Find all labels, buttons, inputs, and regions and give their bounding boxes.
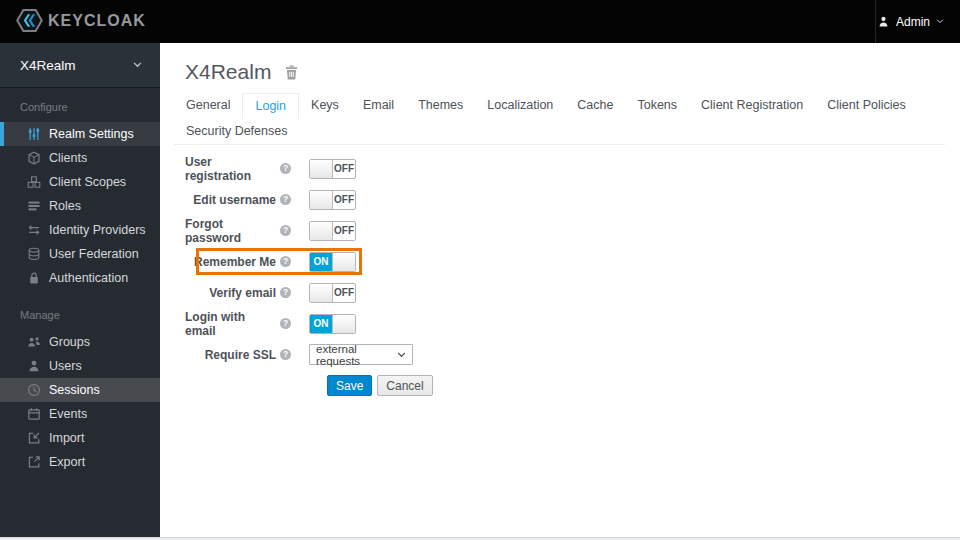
remember-me-toggle[interactable]: ON (309, 252, 356, 272)
sidebar-item-events[interactable]: Events (0, 402, 160, 426)
question-circle-icon[interactable]: ? (280, 194, 291, 205)
sidebar-item-authentication[interactable]: Authentication (0, 266, 160, 290)
sidebar-item-import[interactable]: Import (0, 426, 160, 450)
sidebar-item-clients[interactable]: Clients (0, 146, 160, 170)
sidebar-item-roles[interactable]: Roles (0, 194, 160, 218)
login-with-email-toggle[interactable]: ON (309, 314, 356, 334)
trash-icon[interactable] (284, 64, 299, 81)
keycloak-admin-console: KEYCLOAK Admin X4Realm Configure (0, 0, 960, 540)
realm-selector-label: X4Realm (20, 58, 76, 73)
question-circle-icon[interactable]: ? (280, 163, 291, 174)
tab-security-defenses[interactable]: Security Defenses (174, 119, 299, 144)
cube-icon (27, 151, 41, 165)
question-circle-icon[interactable]: ? (280, 225, 291, 236)
sidebar-item-label: Realm Settings (49, 127, 134, 141)
cancel-button[interactable]: Cancel (377, 375, 432, 396)
tab-themes[interactable]: Themes (406, 93, 475, 119)
tab-client-registration[interactable]: Client Registration (689, 93, 815, 119)
sidebar-item-realm-settings[interactable]: Realm Settings (0, 122, 160, 146)
tab-tokens[interactable]: Tokens (625, 93, 689, 119)
header-divider (875, 0, 876, 43)
import-icon (27, 431, 41, 445)
field-label: Login with email ? (185, 310, 291, 338)
field-label: Forgot password ? (185, 217, 291, 245)
verify-email-toggle[interactable]: OFF (309, 283, 356, 303)
tab-login[interactable]: Login (242, 93, 299, 119)
sidebar-item-groups[interactable]: Groups (0, 330, 160, 354)
form-row-edit-username: Edit username ? OFF (185, 184, 960, 215)
sidebar: X4Realm Configure Realm Settings Clients… (0, 43, 160, 537)
export-icon (27, 455, 41, 469)
sidebar-item-identity-providers[interactable]: Identity Providers (0, 218, 160, 242)
calendar-icon (27, 407, 41, 421)
toggle-knob (310, 222, 333, 240)
sidebar-section-manage: Manage (0, 290, 160, 330)
field-label: Edit username ? (185, 193, 291, 207)
question-circle-icon[interactable]: ? (280, 318, 291, 329)
save-button[interactable]: Save (327, 375, 372, 396)
list-icon (27, 199, 41, 213)
sidebar-item-label: User Federation (49, 247, 139, 261)
lock-icon (27, 271, 41, 285)
login-settings-form: User registration ? OFF Edit username ? (185, 153, 960, 401)
sliders-icon (27, 127, 41, 141)
question-circle-icon[interactable]: ? (280, 287, 291, 298)
sidebar-item-label: Clients (49, 151, 87, 165)
edit-username-toggle[interactable]: OFF (309, 190, 356, 210)
toggle-knob (310, 284, 333, 302)
brand-text: KEYCLOAK (48, 12, 146, 30)
sidebar-item-sessions[interactable]: Sessions (0, 378, 160, 402)
toggle-knob (332, 253, 355, 271)
clock-icon (27, 383, 41, 397)
tab-email[interactable]: Email (351, 93, 406, 119)
realm-tabs: General Login Keys Email Themes Localiza… (174, 93, 945, 145)
tab-client-policies[interactable]: Client Policies (815, 93, 918, 119)
top-navbar: KEYCLOAK Admin (0, 0, 960, 43)
sidebar-item-label: Identity Providers (49, 223, 146, 237)
main-content: X4Realm General Login Keys Email Themes … (160, 43, 960, 537)
form-row-remember-me: Remember Me ? ON (185, 246, 960, 277)
chevron-down-icon (936, 19, 944, 24)
toggle-knob (332, 315, 355, 333)
exchange-arrows-icon (27, 223, 41, 237)
keycloak-logo-icon (16, 9, 43, 32)
toggle-knob (310, 191, 333, 209)
sidebar-item-label: Import (49, 431, 84, 445)
sidebar-item-users[interactable]: Users (0, 354, 160, 378)
sidebar-item-label: Events (49, 407, 87, 421)
tab-general[interactable]: General (174, 93, 242, 119)
sidebar-item-export[interactable]: Export (0, 450, 160, 474)
tab-keys[interactable]: Keys (299, 93, 351, 119)
chevron-down-icon (397, 352, 406, 358)
user-icon (877, 15, 890, 28)
form-row-verify-email: Verify email ? OFF (185, 277, 960, 308)
sidebar-section-configure: Configure (0, 88, 160, 122)
form-row-forgot-password: Forgot password ? OFF (185, 215, 960, 246)
require-ssl-select[interactable]: external requests (309, 344, 413, 365)
question-circle-icon[interactable]: ? (280, 349, 291, 360)
sidebar-item-user-federation[interactable]: User Federation (0, 242, 160, 266)
admin-label: Admin (896, 15, 930, 29)
require-ssl-value: external requests (316, 343, 397, 367)
tab-cache[interactable]: Cache (565, 93, 625, 119)
form-buttons: Save Cancel (309, 370, 960, 401)
question-circle-icon[interactable]: ? (280, 256, 291, 267)
sidebar-item-label: Export (49, 455, 85, 469)
user-registration-toggle[interactable]: OFF (309, 159, 356, 179)
database-icon (27, 247, 41, 261)
field-label: Require SSL ? (185, 348, 291, 362)
form-row-require-ssl: Require SSL ? external requests (185, 339, 960, 370)
sidebar-item-label: Groups (49, 335, 90, 349)
field-label: Remember Me ? (185, 255, 291, 269)
forgot-password-toggle[interactable]: OFF (309, 221, 356, 241)
sidebar-item-label: Users (49, 359, 82, 373)
title-row: X4Realm (160, 43, 960, 84)
user-icon (27, 359, 41, 373)
keycloak-logo[interactable]: KEYCLOAK (16, 9, 146, 32)
sidebar-item-client-scopes[interactable]: Client Scopes (0, 170, 160, 194)
admin-user-menu[interactable]: Admin (877, 0, 944, 43)
sidebar-item-label: Client Scopes (49, 175, 126, 189)
toggle-knob (310, 160, 333, 178)
realm-selector[interactable]: X4Realm (0, 43, 160, 88)
tab-localization[interactable]: Localization (475, 93, 565, 119)
